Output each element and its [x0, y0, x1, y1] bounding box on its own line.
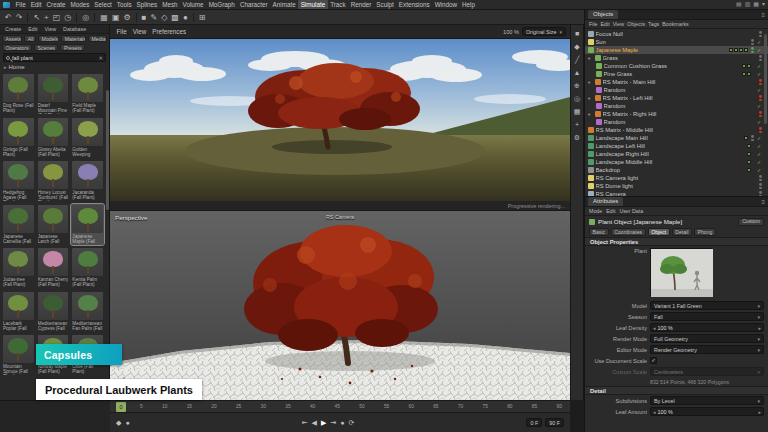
editor-visibility-dot[interactable] [759, 79, 762, 82]
snap-grid-icon[interactable]: ⊞ [199, 13, 206, 22]
visibility-dots[interactable] [759, 55, 762, 62]
render-view-menu-item[interactable]: View [130, 27, 149, 36]
objects-menu-item[interactable]: Tags [648, 21, 659, 27]
points-mode-icon[interactable]: ◆ [574, 43, 579, 50]
material-swatches[interactable] [747, 152, 751, 156]
judas-tree-fall-plant[interactable]: Judas-tree (Fall Plant) [2, 247, 35, 289]
extensions[interactable]: Extensions [396, 0, 432, 9]
asset-scrollbar[interactable] [106, 90, 109, 210]
enabled-check-icon[interactable]: ✓ [756, 87, 762, 93]
play-icon[interactable]: ▶ [321, 419, 326, 426]
decrement-ic7on[interactable]: ◂ [653, 409, 656, 415]
polygons-mode-icon[interactable]: ▲ [574, 69, 581, 76]
objects-menu-item[interactable]: View [613, 21, 624, 27]
kanzan-cherry-fall-plant[interactable]: Kanzan Cherry (Fall Plant) [37, 247, 70, 289]
enabled-check-icon[interactable]: ✓ [756, 47, 762, 53]
mediterranean-fan-palm-fall-plant[interactable]: Mediterranean Fan Palm (Fall Plant) [71, 291, 104, 333]
leaf-density-field[interactable]: ◂ 100 % ▸ [650, 323, 764, 332]
plant-preview[interactable] [650, 248, 712, 296]
basic[interactable]: Basic [589, 228, 609, 236]
file[interactable]: File [13, 0, 28, 9]
editor-visibility-dot[interactable] [759, 183, 762, 186]
expander-icon[interactable]: ▾ [588, 80, 593, 85]
viewport-settings-icon[interactable]: ⚙ [574, 134, 580, 141]
render-mode-dropdown[interactable]: Full Geometry ▾ [650, 334, 764, 343]
jacaranda-fall-plant[interactable]: Jacaranda (Fall Plant) [71, 160, 104, 202]
separator[interactable] [94, 13, 95, 22]
editor-visibility-dot[interactable] [759, 95, 762, 98]
window[interactable]: Window [432, 0, 459, 9]
subdivisions-dropdown[interactable]: By Level ▾ [650, 396, 764, 405]
expander-icon[interactable]: ▾ [588, 112, 593, 117]
rs-matrix-left-hill[interactable]: ▾ RS Matrix - Left Hill [585, 94, 768, 102]
visibility-dots[interactable] [759, 175, 762, 182]
render-viewport[interactable] [110, 39, 570, 201]
primitive-cube-icon[interactable]: ■ [142, 13, 147, 22]
honey-locust-sunburst-fall-plant[interactable]: Honey Locust 'Sunburst' (Fall Plant) [37, 160, 70, 202]
breadcrumb[interactable]: Home [9, 64, 25, 70]
leaf-amount-field[interactable]: ◂ 100 % ▸ [650, 407, 764, 416]
record-icon[interactable]: ● [340, 419, 344, 426]
render-view-menu-item[interactable]: Preferences [150, 27, 189, 36]
japanese-maple[interactable]: Japanese Maple ✓ [585, 46, 768, 54]
rs-matrix-middle-hill[interactable]: RS Matrix - Middle Hill [585, 126, 768, 134]
tab-attributes[interactable]: Attributes [588, 197, 623, 206]
enabled-check-icon[interactable]: ✓ [756, 103, 762, 109]
season-dropdown[interactable]: Fall ▾ [650, 312, 764, 321]
redo-icon[interactable]: ↷ [16, 13, 23, 22]
goto-start-icon[interactable]: ⇤ [302, 419, 308, 426]
object[interactable]: Object [648, 228, 670, 236]
attributes-menu-item[interactable]: Edit [606, 208, 615, 214]
last-tool-icon[interactable]: ◎ [82, 13, 89, 22]
japanese-larch-fall-plant[interactable]: Japanese Larch (Fall Plant) [37, 204, 70, 246]
objects-menu-item[interactable]: Objects [627, 21, 645, 27]
grass[interactable]: ▾ Grass [585, 54, 768, 62]
render-settings-icon[interactable]: ⚙ [123, 13, 130, 22]
lacebark-poplar-fall-plant[interactable]: Lacebark Poplar (Fall Plant) [2, 291, 35, 333]
custom-button[interactable]: Custom [738, 218, 764, 226]
editor-visibility-dot[interactable] [751, 39, 754, 42]
visibility-dots[interactable] [751, 135, 754, 142]
mograph[interactable]: MoGraph [206, 0, 237, 9]
enabled-check-icon[interactable]: ✓ [756, 135, 762, 141]
phong[interactable]: Phong [694, 228, 716, 236]
panel-menu-icon[interactable]: ≡ [761, 199, 765, 205]
japanese-maple-fall-plant[interactable]: Japanese Maple (Fall Plant) [71, 204, 104, 246]
objects-menu-item[interactable]: Edit [601, 21, 610, 27]
objects-menu-item[interactable]: Bookmarks [662, 21, 689, 27]
clear-search-icon[interactable]: ✕ [98, 55, 103, 61]
render-visibility-dot[interactable] [759, 35, 762, 38]
editor-viewport[interactable]: Perspective RS Camera [110, 211, 570, 400]
pine-grass[interactable]: Pine Grass ✓ [585, 70, 768, 78]
material-swatches[interactable] [747, 160, 751, 164]
render-visibility-dot[interactable] [759, 187, 762, 190]
visibility-dots[interactable] [759, 111, 762, 118]
texture-mode-icon[interactable]: ◎ [574, 95, 580, 102]
kentia-palm-fall-plant[interactable]: Kentia Palm (Fall Plant) [71, 247, 104, 289]
panel-menu-icon[interactable]: ≡ [761, 12, 765, 18]
layout-grid-icon[interactable]: ▦ [753, 0, 759, 9]
decrement-icon[interactable]: ◂ [653, 325, 656, 331]
render-visibility-dot[interactable] [751, 139, 754, 142]
visibility-dots[interactable] [751, 47, 754, 54]
keyframe-icon[interactable]: ◆ [116, 419, 121, 426]
select[interactable]: Select [92, 0, 115, 9]
random[interactable]: Random ✓ [585, 102, 768, 110]
select-tool-icon[interactable]: ↖ [33, 13, 40, 22]
search-input[interactable] [12, 55, 96, 61]
filter-chip[interactable]: All [24, 35, 36, 43]
create[interactable]: Create [44, 0, 68, 9]
objects-scrollbar[interactable] [764, 34, 767, 124]
enabled-check-icon[interactable]: ✓ [756, 167, 762, 173]
section-object-properties[interactable]: Object Properties [585, 237, 768, 246]
edit[interactable]: Edit [28, 0, 44, 9]
field-maple-fall-plant[interactable]: Field Maple (Fall Plant) [71, 73, 104, 115]
mediterranean-cypress-fall-plant[interactable]: Mediterranean Cypress (Fall Plant) [37, 291, 70, 333]
expander-icon[interactable]: ▾ [588, 56, 593, 61]
rs-matrix-main-hill[interactable]: ▾ RS Matrix - Main Hill [585, 78, 768, 86]
separator[interactable] [193, 13, 194, 22]
separator[interactable] [76, 13, 77, 22]
goto-end-icon[interactable]: ⇥ [330, 419, 336, 426]
increment-icon[interactable]: ▸ [758, 409, 761, 415]
landscape-main-hill[interactable]: Landscape Main Hill ✓ [585, 134, 768, 142]
